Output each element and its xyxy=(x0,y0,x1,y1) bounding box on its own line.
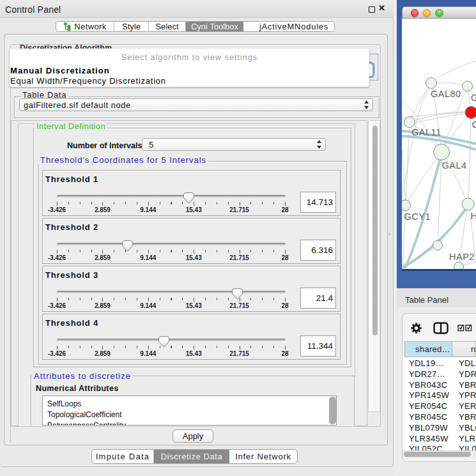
svg-text:C: C xyxy=(472,119,476,130)
svg-text:GAL80: GAL80 xyxy=(431,89,461,99)
svg-text:GA: GA xyxy=(471,93,476,103)
svg-text:HAP2: HAP2 xyxy=(449,252,475,262)
svg-text:GCY1: GCY1 xyxy=(404,211,431,222)
svg-text:GAL4: GAL4 xyxy=(442,160,467,171)
svg-text:H: H xyxy=(471,211,476,221)
svg-text:GAL11: GAL11 xyxy=(411,127,441,137)
